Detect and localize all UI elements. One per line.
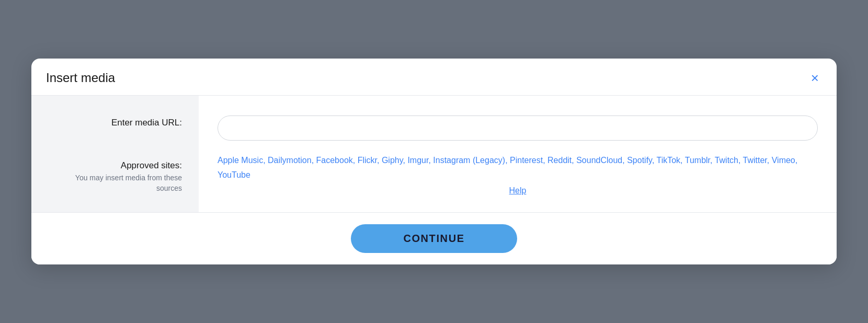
approved-label-row: Approved sites: You may insert media fro… bbox=[48, 153, 182, 193]
url-section bbox=[218, 110, 818, 141]
close-button[interactable]: × bbox=[808, 70, 822, 86]
url-label: Enter media URL: bbox=[111, 118, 182, 128]
modal-backdrop: Insert media × Enter media URL: Approved… bbox=[0, 0, 868, 323]
url-label-row: Enter media URL: bbox=[48, 110, 182, 128]
approved-sites-section: Apple Music, Dailymotion, Facebook, Flic… bbox=[218, 153, 818, 195]
modal-body: Enter media URL: Approved sites: You may… bbox=[31, 96, 837, 212]
approved-sites-list: Apple Music, Dailymotion, Facebook, Flic… bbox=[218, 153, 818, 181]
approved-sites-label: Approved sites: bbox=[121, 160, 182, 171]
approved-sites-sublabel: You may insert media from these sources bbox=[48, 173, 182, 193]
help-link[interactable]: Help bbox=[218, 186, 818, 195]
left-panel: Enter media URL: Approved sites: You may… bbox=[31, 96, 199, 212]
modal-title: Insert media bbox=[46, 71, 115, 85]
modal-header: Insert media × bbox=[31, 59, 837, 96]
right-panel: Apple Music, Dailymotion, Facebook, Flic… bbox=[199, 96, 837, 212]
media-url-input[interactable] bbox=[218, 116, 818, 141]
continue-button[interactable]: CONTINUE bbox=[351, 224, 517, 253]
modal-footer: CONTINUE bbox=[31, 213, 837, 264]
insert-media-modal: Insert media × Enter media URL: Approved… bbox=[31, 59, 837, 264]
